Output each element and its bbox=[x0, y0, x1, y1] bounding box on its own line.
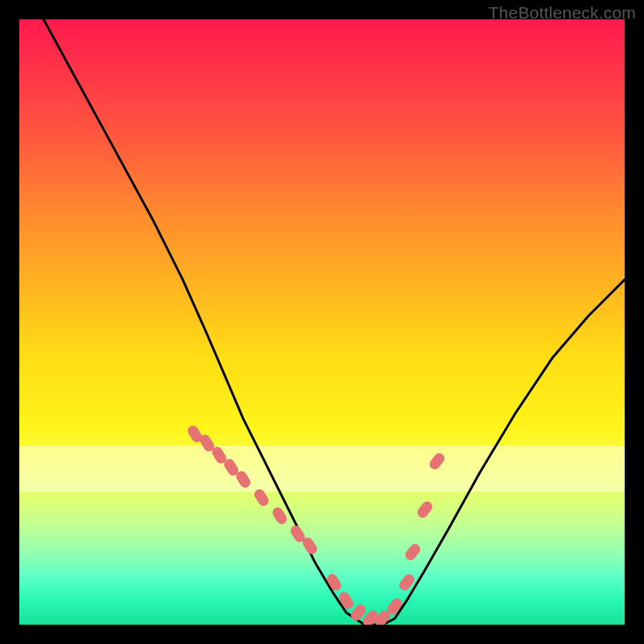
marker-dot bbox=[427, 451, 447, 471]
marker-dot bbox=[361, 609, 380, 625]
marker-dot bbox=[385, 597, 404, 617]
chart-plot-area bbox=[19, 19, 625, 625]
curve-group bbox=[43, 19, 625, 625]
marker-dot bbox=[222, 457, 241, 478]
marker-dot bbox=[210, 445, 229, 466]
highlight-band bbox=[19, 446, 625, 491]
marker-dot bbox=[252, 487, 270, 508]
marker-dot bbox=[186, 423, 204, 444]
marker-dots bbox=[186, 423, 447, 625]
marker-dot bbox=[415, 499, 435, 519]
marker-dot bbox=[397, 572, 416, 592]
marker-dot bbox=[403, 542, 423, 562]
chart-frame: TheBottleneck.com bbox=[0, 0, 644, 644]
marker-dot bbox=[270, 506, 289, 526]
marker-dot bbox=[234, 469, 253, 490]
marker-dot bbox=[325, 572, 344, 593]
marker-dot bbox=[373, 609, 392, 625]
marker-dot bbox=[301, 535, 320, 556]
marker-dot bbox=[349, 602, 368, 622]
chart-svg bbox=[19, 19, 625, 625]
marker-dot bbox=[289, 523, 308, 544]
bottleneck-curve bbox=[43, 19, 625, 625]
marker-dot bbox=[337, 590, 356, 611]
marker-dot bbox=[198, 433, 217, 454]
